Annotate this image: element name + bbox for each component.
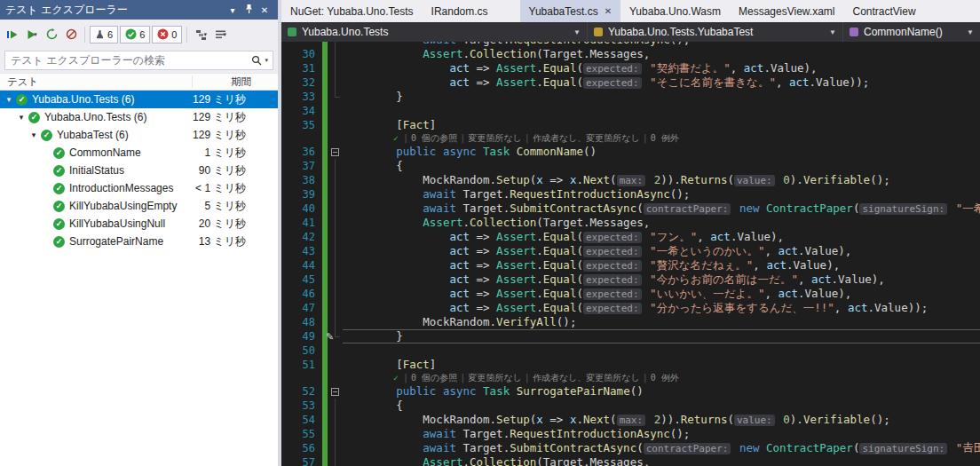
codelens-segment[interactable]: 変更箇所なし [468,133,521,143]
code-line[interactable]: 44 act => Assert.Equal(expected: "贅沢な名だね… [281,258,980,272]
code-line[interactable]: 57 Assert.Collection(Target.Messages, [281,455,980,466]
code-line[interactable]: 34 [281,104,980,118]
code-line[interactable]: 53 { [281,399,980,413]
code-line[interactable]: 36 public async Task CommonName() [281,145,980,159]
test-tree-row[interactable]: ✓KillYubabaUsingEmpty5 ミリ秒 [0,197,278,215]
code-line[interactable]: 54 MockRandom.Setup(x => x.Next(max: 2))… [281,413,980,427]
code-token: ( [576,287,583,300]
group-by-button[interactable]: ▾ [191,25,210,44]
failed-tests-badge[interactable]: 0 [152,26,182,43]
code-token: Task [483,384,510,398]
codelens-segment[interactable]: 0 個の参照 [411,133,457,143]
outlining-margin[interactable] [328,145,343,159]
code-token [644,230,651,243]
code-line[interactable]: 50 [281,344,980,358]
test-tree-row[interactable]: ✓KillYubabaUsingNull20 ミリ秒 [0,215,278,233]
window-position-caret-icon[interactable]: ▾ [225,5,241,15]
search-icon[interactable] [251,55,262,66]
editor-tab[interactable]: MessagesView.xaml [730,0,844,22]
code-line[interactable]: 39 await Target.RequestIntroductionAsync… [281,187,980,201]
total-tests-badge[interactable]: 6 [90,26,118,43]
code-line[interactable]: 31 act => Assert.Equal(expected: "契約書だよ。… [281,61,980,75]
collapse-box-icon[interactable] [331,148,339,156]
close-icon[interactable]: ✕ [257,5,273,15]
run-all-tests-button[interactable] [3,25,22,44]
cancel-run-button[interactable] [61,25,81,44]
codelens-segment[interactable]: 0 個の参照 [411,373,457,383]
codelens-segment[interactable]: 0 例外 [651,373,679,383]
code-line[interactable]: 55 await Target.RequestIntroductionAsync… [281,427,980,441]
code-line[interactable]: 35 [Fact] [281,118,980,132]
passed-tests-badge[interactable]: 6 [120,26,150,43]
outline-end-icon [335,90,336,97]
code-line[interactable]: 37 { [281,159,980,173]
code-line[interactable]: 45 act => Assert.Equal(expected: "今からお前の… [281,272,980,287]
code-line[interactable]: 56 await Target.SubmitContractAsync(cont… [281,441,980,455]
code-line[interactable]: 43 act => Assert.Equal(expected: "一希というの… [281,244,980,258]
test-tree-row[interactable]: ▾✓Yubaba.Uno.Tests (6)129 ミリ秒 [0,108,278,126]
code-line[interactable]: 32 act => Assert.Equal(expected: "そこに名前を… [281,75,980,90]
code-line[interactable]: 48 MockRandom.VerifyAll(); [281,315,980,329]
outline-line-icon [335,173,336,187]
expander-icon[interactable]: ▾ [28,130,39,139]
code-line[interactable]: 30 Assert.Collection(Target.Messages, [281,47,980,61]
line-number: 33 [281,90,322,104]
code-line[interactable]: 40 await Target.SubmitContractAsync(cont… [281,201,980,216]
expander-icon[interactable]: ▾ [4,95,14,104]
column-duration[interactable]: 期間 [231,75,251,89]
test-tree-row[interactable]: ✓InitialStatus90 ミリ秒 [0,162,278,179]
code-line[interactable]: 42 act => Assert.Equal(expected: "フン。", … [281,230,980,244]
test-tree-row[interactable]: ✓CommonName1 ミリ秒 [0,144,278,162]
expander-icon[interactable]: ▾ [16,113,27,122]
code-token: . [674,173,681,186]
project-dropdown[interactable]: Yubaba.Uno.Tests ▼ [281,22,588,42]
class-icon [594,28,603,36]
collapse-box-icon[interactable] [331,388,339,396]
test-tree-row[interactable]: ▾✓YubabaTest (6)129 ミリ秒 [0,126,278,144]
code-token: Assert [423,47,462,60]
editor-tab[interactable]: IRandom.cs [423,0,497,22]
run-tests-button[interactable]: ▾ [22,25,42,44]
code-token: . [536,258,543,272]
test-tree: ▾✓Yubaba.Uno.Tests (6)129 ミリ秒▾✓Yubaba.Un… [0,91,278,466]
column-test[interactable]: テスト [0,75,38,89]
code-line[interactable]: ✓|0 個の参照|変更箇所なし|作成者なし、変更箇所なし|0 例外 [281,372,980,384]
code-line[interactable]: 52 public async Task SurrogatePairName() [281,384,980,399]
type-dropdown[interactable]: Yubaba.Uno.Tests.YubabaTest ▼ [588,22,843,42]
search-options-caret-icon[interactable]: ▾ [265,57,268,64]
code-editor[interactable]: await Target.RequestIntroductionAsync();… [281,42,980,466]
tab-close-icon[interactable]: ✕ [605,6,612,16]
codelens-segment[interactable]: 作成者なし、変更箇所なし [533,133,640,143]
options-button[interactable]: ▾ [210,25,230,44]
outlining-margin[interactable] [328,384,343,399]
code-token: => [470,75,496,89]
test-duration: 129 ミリ秒 [193,92,246,107]
code-line[interactable]: 33 } [281,90,980,104]
code-line[interactable]: 38 MockRandom.Setup(x => x.Next(max: 2))… [281,173,980,187]
test-name: Yubaba.Uno.Tests (6) [32,93,134,106]
editor-tab[interactable]: Yubaba.Uno.Wasm [620,0,730,22]
codelens-segment[interactable]: 作成者なし、変更箇所なし [533,373,640,383]
pin-icon[interactable] [241,4,257,16]
editor-tab[interactable]: YubabaTest.cs✕ [520,0,620,22]
code-token: Task [483,145,510,158]
code-line[interactable]: 47 act => Assert.Equal(expected: "分かったら返… [281,301,980,315]
search-input[interactable] [5,54,247,67]
codelens-segment[interactable]: 変更箇所なし [468,373,521,383]
code-line[interactable]: 41 Assert.Collection(Target.Messages, [281,216,980,230]
code-line[interactable]: ✓|0 個の参照|変更箇所なし|作成者なし、変更箇所なし|0 例外 [281,132,980,145]
test-tree-row[interactable]: ▾✓Yubaba.Uno.Tests (6)129 ミリ秒 [0,91,278,108]
code-token: act [789,75,810,89]
editor-tab[interactable]: ContractView [843,0,924,22]
code-line[interactable]: 51 [Fact] [281,358,980,372]
code-text: act => Assert.Equal(expected: "いいかい、一だよ。… [343,287,980,301]
code-line[interactable]: 46 act => Assert.Equal(expected: "いいかい、一… [281,287,980,301]
member-dropdown[interactable]: CommonName() ▼ [843,22,980,42]
test-tree-row[interactable]: ✓SurrogatePairName13 ミリ秒 [0,233,278,250]
codelens-segment[interactable]: 0 例外 [651,133,679,143]
editor-tab[interactable]: NuGet: Yubaba.Uno.Tests [281,0,423,22]
repeat-last-run-button[interactable] [42,25,61,44]
code-line[interactable]: 49 }✎ [281,329,980,344]
test-tree-row[interactable]: ✓IntroductionMessages< 1 ミリ秒 [0,179,278,197]
code-token [343,90,396,103]
